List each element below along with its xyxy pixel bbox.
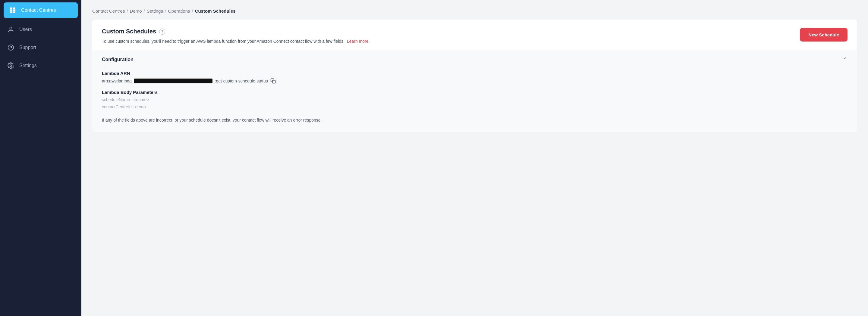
lambda-arn-field: Lambda ARN arn:aws:lambda:get-custom-sch… (102, 71, 847, 84)
svg-rect-1 (13, 8, 15, 9)
sidebar-item-contact-centres[interactable]: Contact Centres (4, 2, 78, 18)
breadcrumb-sep-1: / (127, 8, 128, 13)
page-title: Custom Schedules ? (102, 28, 370, 35)
sidebar: Contact Centres Users Support (0, 0, 82, 316)
grid-icon (9, 7, 16, 14)
param-line-1: contactCentreId : demo (102, 104, 847, 109)
svg-rect-4 (10, 12, 12, 13)
svg-point-9 (10, 65, 12, 67)
breadcrumb-sep-3: / (165, 8, 166, 13)
sidebar-item-support[interactable]: Support (0, 38, 82, 57)
config-header[interactable]: Configuration ⌃ (92, 51, 857, 68)
lambda-arn-prefix: arn:aws:lambda (102, 78, 132, 83)
learn-more-link[interactable]: Learn more (347, 39, 369, 44)
description-before-link: To use custom schedules, you'll need to … (102, 39, 344, 44)
svg-rect-5 (13, 12, 15, 13)
main-card: Custom Schedules ? To use custom schedul… (92, 20, 857, 132)
lambda-arn-suffix: :get-custom-schedule-status (215, 78, 268, 83)
configuration-section: Configuration ⌃ Lambda ARN arn:aws:lambd… (92, 51, 857, 132)
help-icon[interactable]: ? (159, 29, 165, 35)
sidebar-item-users[interactable]: Users (0, 21, 82, 38)
param-line-0: scheduleName : <name> (102, 97, 847, 102)
breadcrumb-operations[interactable]: Operations (168, 8, 190, 13)
settings-icon (7, 62, 14, 69)
card-header: Custom Schedules ? To use custom schedul… (92, 20, 857, 51)
svg-rect-3 (13, 10, 15, 11)
sidebar-item-label-contact-centres: Contact Centres (21, 7, 56, 13)
lambda-arn-label: Lambda ARN (102, 71, 847, 76)
help-circle-icon (7, 44, 14, 51)
sidebar-item-label-support: Support (19, 45, 36, 50)
sidebar-item-label-users: Users (19, 27, 32, 32)
sidebar-item-label-settings: Settings (19, 63, 37, 68)
lambda-body-label: Lambda Body Parameters (102, 90, 847, 95)
breadcrumb-current: Custom Schedules (195, 8, 236, 13)
svg-rect-10 (272, 80, 275, 83)
config-body: Lambda ARN arn:aws:lambda:get-custom-sch… (92, 68, 857, 132)
breadcrumb-demo[interactable]: Demo (130, 8, 142, 13)
description-period: . (369, 39, 370, 44)
lambda-body-field: Lambda Body Parameters scheduleName : <n… (102, 90, 847, 109)
svg-rect-2 (10, 10, 12, 11)
lambda-arn-redacted (134, 78, 213, 83)
lambda-arn-value: arn:aws:lambda:get-custom-schedule-statu… (102, 78, 847, 84)
svg-point-6 (10, 27, 12, 29)
card-header-left: Custom Schedules ? To use custom schedul… (102, 28, 370, 44)
breadcrumb-contact-centres[interactable]: Contact Centres (92, 8, 125, 13)
chevron-up-icon: ⌃ (843, 56, 847, 63)
new-schedule-button[interactable]: New Schedule (800, 28, 847, 41)
svg-rect-0 (10, 8, 12, 9)
lambda-params: scheduleName : <name> contactCentreId : … (102, 97, 847, 109)
config-note: If any of the fields above are incorrect… (102, 115, 847, 122)
breadcrumb: Contact Centres / Demo / Settings / Oper… (92, 8, 857, 13)
breadcrumb-sep-2: / (144, 8, 145, 13)
breadcrumb-settings[interactable]: Settings (147, 8, 163, 13)
sidebar-item-settings[interactable]: Settings (0, 57, 82, 75)
copy-icon[interactable] (270, 78, 276, 84)
page-description: To use custom schedules, you'll need to … (102, 38, 370, 44)
main-content: Contact Centres / Demo / Settings / Oper… (82, 0, 868, 316)
config-title: Configuration (102, 57, 133, 62)
user-icon (7, 26, 14, 33)
breadcrumb-sep-4: / (192, 8, 193, 13)
